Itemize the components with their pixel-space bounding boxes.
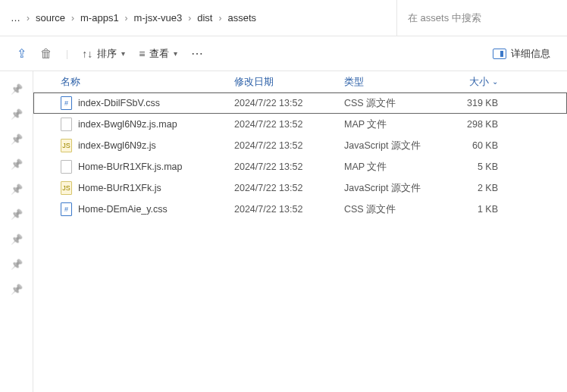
breadcrumb-item[interactable]: … [6, 9, 25, 27]
file-type: CSS 源文件 [344, 97, 443, 110]
search-box[interactable]: 在 assets 中搜索 [396, 0, 567, 36]
sort-icon: ↑↓ [82, 48, 92, 60]
breadcrumb-item[interactable]: dist [193, 9, 217, 27]
file-date: 2024/7/22 13:52 [234, 204, 344, 215]
details-button[interactable]: 详细信息 [493, 47, 550, 61]
breadcrumb-item[interactable]: assets [223, 9, 261, 27]
file-date: 2024/7/22 13:52 [234, 140, 344, 151]
file-row[interactable]: JSHome-BUrR1XFk.js2024/7/22 13:52JavaScr… [33, 177, 567, 199]
file-name: Home-DEmAie_y.css [78, 204, 168, 215]
file-type: CSS 源文件 [344, 203, 443, 216]
search-placeholder: 在 assets 中搜索 [408, 11, 481, 25]
view-button[interactable]: ≡ 查看 ▾ [139, 47, 177, 61]
content-area: 📌📌📌📌📌📌📌📌📌 名称 修改日期 类型 大小 ⌄ #index-DbilFSb… [0, 71, 567, 392]
file-type: MAP 文件 [344, 161, 443, 174]
pin-icon[interactable]: 📌 [11, 284, 23, 295]
header-size[interactable]: 大小 ⌄ [443, 75, 507, 89]
file-type: JavaScript 源文件 [344, 182, 443, 195]
pin-icon[interactable]: 📌 [11, 183, 23, 195]
chevron-right-icon: › [186, 13, 193, 24]
file-row[interactable]: JSindex-Bwgl6N9z.js2024/7/22 13:52JavaSc… [33, 135, 567, 156]
css-file-icon: # [61, 202, 72, 216]
details-label: 详细信息 [511, 47, 550, 61]
js-file-icon: JS [61, 139, 72, 152]
details-icon [493, 49, 506, 59]
file-list: #index-DbilFSbV.css2024/7/22 13:52CSS 源文… [33, 93, 567, 220]
map-file-icon [61, 118, 72, 131]
sort-label: 排序 [97, 47, 117, 61]
file-size: 2 KB [443, 183, 507, 193]
pin-icon[interactable]: 📌 [11, 209, 23, 220]
chevron-right-icon: › [25, 13, 31, 24]
file-name: index-Bwgl6N9z.js [78, 140, 156, 151]
file-size: 298 KB [443, 119, 507, 130]
file-date: 2024/7/22 13:52 [234, 98, 344, 108]
top-bar: …›source›m-apps1›m-jsx-vue3›dist›assets … [0, 0, 567, 36]
view-icon: ≡ [139, 48, 145, 60]
pin-icon[interactable]: 📌 [11, 158, 23, 170]
file-date: 2024/7/22 13:52 [234, 183, 344, 193]
file-name: Home-BUrR1XFk.js.map [78, 162, 183, 172]
file-row[interactable]: #index-DbilFSbV.css2024/7/22 13:52CSS 源文… [33, 93, 567, 114]
file-size: 319 KB [443, 98, 507, 108]
chevron-right-icon: › [217, 13, 223, 24]
more-button[interactable]: ⋯ [191, 46, 205, 61]
file-date: 2024/7/22 13:52 [234, 162, 344, 172]
file-date: 2024/7/22 13:52 [234, 119, 344, 130]
chevron-down-icon: ▾ [121, 49, 125, 58]
file-type: MAP 文件 [344, 118, 443, 131]
chevron-right-icon: › [70, 13, 76, 24]
header-date[interactable]: 修改日期 [234, 75, 344, 89]
pin-icon[interactable]: 📌 [11, 259, 23, 270]
pin-icon[interactable]: 📌 [11, 108, 23, 120]
header-type[interactable]: 类型 [344, 75, 443, 89]
view-label: 查看 [149, 47, 169, 61]
column-headers: 名称 修改日期 类型 大小 ⌄ [33, 71, 567, 93]
file-size: 60 KB [443, 140, 507, 151]
pin-icon[interactable]: 📌 [11, 83, 23, 95]
file-row[interactable]: #Home-DEmAie_y.css2024/7/22 13:52CSS 源文件… [33, 199, 567, 220]
chevron-down-icon: ▾ [174, 49, 177, 58]
sort-indicator-icon: ⌄ [492, 77, 498, 86]
header-name[interactable]: 名称 [33, 75, 234, 89]
map-file-icon [61, 160, 72, 174]
file-row[interactable]: Home-BUrR1XFk.js.map2024/7/22 13:52MAP 文… [33, 156, 567, 177]
file-name: Home-BUrR1XFk.js [78, 183, 161, 193]
file-name: index-Bwgl6N9z.js.map [78, 119, 177, 130]
file-row[interactable]: index-Bwgl6N9z.js.map2024/7/22 13:52MAP … [33, 114, 567, 135]
file-type: JavaScript 源文件 [344, 140, 443, 152]
breadcrumb: …›source›m-apps1›m-jsx-vue3›dist›assets [0, 9, 396, 27]
delete-icon[interactable]: 🗑 [40, 47, 52, 61]
pin-strip: 📌📌📌📌📌📌📌📌📌 [0, 71, 33, 392]
breadcrumb-item[interactable]: m-apps1 [76, 9, 124, 27]
toolbar: ⇪ 🗑 | ↑↓ 排序 ▾ ≡ 查看 ▾ ⋯ 详细信息 [0, 36, 567, 71]
breadcrumb-item[interactable]: source [31, 9, 70, 27]
js-file-icon: JS [61, 181, 72, 195]
pin-icon[interactable]: 📌 [11, 133, 23, 145]
file-size: 5 KB [443, 162, 507, 172]
file-size: 1 KB [443, 204, 507, 215]
chevron-right-icon: › [124, 13, 130, 24]
css-file-icon: # [61, 96, 72, 110]
file-name: index-DbilFSbV.css [78, 98, 160, 108]
sort-button[interactable]: ↑↓ 排序 ▾ [82, 47, 125, 61]
file-area: 名称 修改日期 类型 大小 ⌄ #index-DbilFSbV.css2024/… [33, 71, 567, 392]
pin-icon[interactable]: 📌 [11, 234, 23, 245]
breadcrumb-item[interactable]: m-jsx-vue3 [130, 9, 187, 27]
share-icon[interactable]: ⇪ [17, 46, 27, 61]
